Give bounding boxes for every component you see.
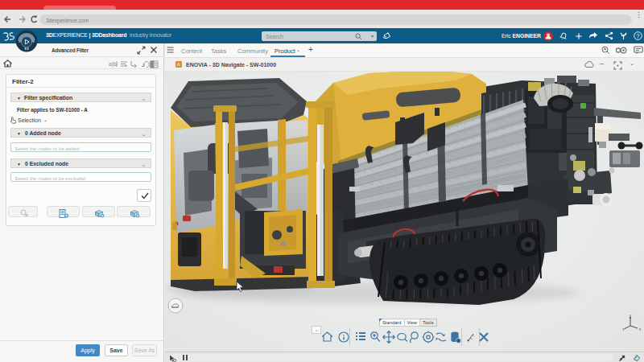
svg-text:8.8: 8.8 bbox=[25, 47, 29, 51]
svg-text:a|b: a|b bbox=[109, 61, 117, 68]
svg-text:x: x bbox=[639, 327, 642, 331]
svg-text:z: z bbox=[622, 327, 625, 331]
svg-text:y: y bbox=[630, 315, 632, 318]
svg-text:?: ? bbox=[637, 33, 640, 39]
